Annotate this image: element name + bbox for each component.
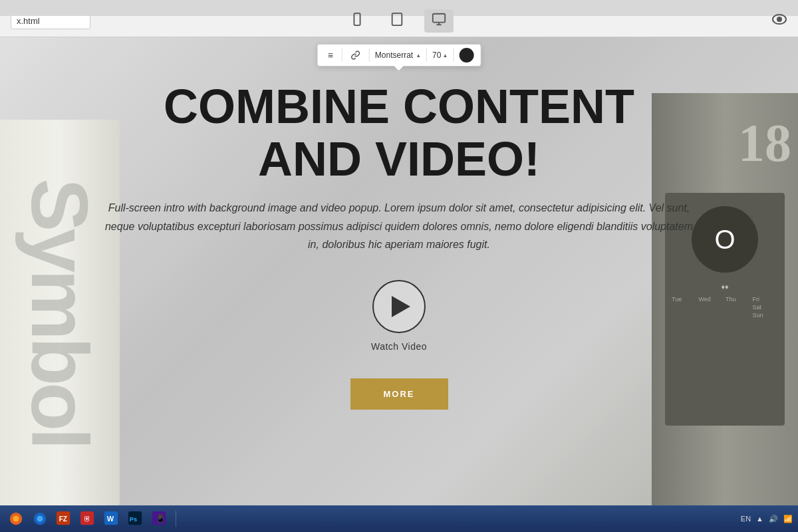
font-size-control[interactable]: 70 ▲ [432,51,448,60]
taskbar-photoshop[interactable]: Ps [125,509,146,528]
taskbar: FZ ⛨ W Ps 📱 EN ▲ 🔊 📶 [0,505,798,532]
svg-text:W: W [107,515,114,523]
taskbar-network: 📶 [783,515,793,523]
watch-video-label: Watch Video [371,341,427,352]
taskbar-antivirus[interactable]: ⛨ [77,509,98,528]
svg-rect-2 [392,13,402,25]
font-caret: ▲ [416,53,421,59]
svg-point-12 [37,515,43,521]
tablet-device-btn[interactable] [383,9,411,33]
taskbar-filezilla[interactable]: FZ [53,509,74,528]
mobile-device-btn[interactable] [344,9,370,33]
separator-4 [453,49,454,62]
separator-3 [426,49,427,62]
taskbar-volume: 🔊 [769,515,778,523]
svg-rect-4 [433,14,445,23]
taskbar-firefox[interactable] [5,509,27,528]
taskbar-system-tray: EN ▲ 🔊 📶 [741,515,793,523]
desktop-device-btn[interactable] [424,9,454,33]
size-caret: ▲ [442,53,448,59]
hero-text-container: COMBINE CONTENT and VIDEO! Full-screen i… [0,80,798,410]
device-switcher [344,9,454,33]
floating-toolbar: ≡ Montserrat ▲ 70 ▲ [317,44,481,66]
taskbar-separator [176,511,176,527]
svg-text:Ps: Ps [130,516,137,523]
taskbar-app2[interactable] [29,509,51,528]
taskbar-arrows-up: ▲ [756,515,763,523]
separator-1 [342,49,342,62]
svg-point-10 [13,515,19,521]
hero-title: COMBINE CONTENT and VIDEO! [27,80,771,186]
play-triangle-icon [392,296,410,317]
preview-eye-btn[interactable] [771,13,787,29]
browser-chrome: x.html [0,0,798,37]
font-name: Montserrat [375,51,413,60]
align-btn[interactable]: ≡ [325,48,336,63]
svg-point-8 [777,17,781,21]
taskbar-word[interactable]: W [101,509,122,528]
hero-description: Full-screen intro with background image … [100,199,698,253]
taskbar-lang: EN [741,515,751,523]
more-button[interactable]: MORE [350,378,448,410]
taskbar-mobile[interactable]: 📱 [149,509,170,528]
align-icon: ≡ [328,50,333,61]
svg-rect-0 [354,13,360,25]
play-video-btn[interactable] [372,280,426,333]
hero-title-line2: and VIDEO! [258,132,540,186]
svg-text:⛨: ⛨ [84,515,91,523]
main-content: Symbol 18 O ♦♦ TueWedThuFri Sat Sun ≡ [0,37,798,505]
svg-text:FZ: FZ [59,515,67,523]
svg-text:📱: 📱 [156,513,166,523]
link-btn[interactable] [348,49,364,62]
color-picker-btn[interactable] [459,48,473,63]
separator-2 [369,49,370,62]
font-selector[interactable]: Montserrat ▲ [375,51,421,60]
font-size-value: 70 [432,51,441,60]
hero-title-line1: COMBINE CONTENT [164,80,634,133]
play-button-container: Watch Video [27,280,771,352]
